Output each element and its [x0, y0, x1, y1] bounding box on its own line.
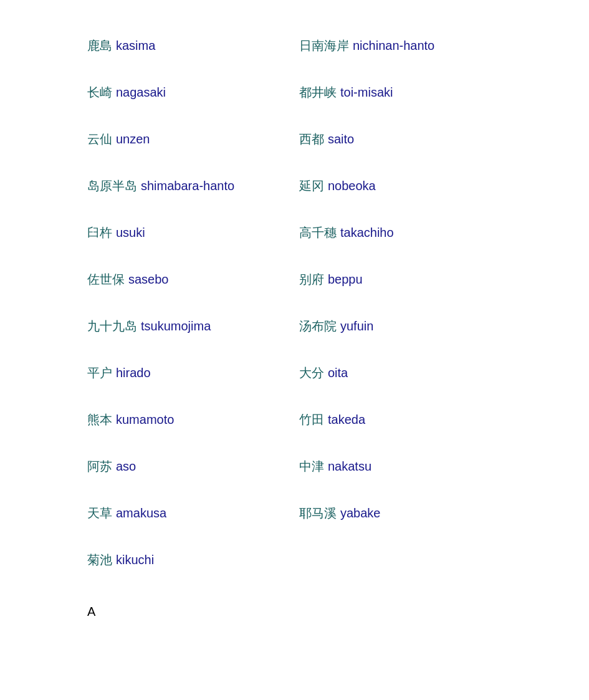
kanji-text: 熊本 [87, 411, 112, 428]
kanji-text: 都井峡 [299, 84, 337, 101]
romaji-text: nagasaki [116, 85, 166, 100]
entry-left: 岛原半岛shimabara-hanto [87, 178, 299, 194]
romaji-text: kasima [116, 39, 155, 53]
kanji-text: 平户 [87, 365, 112, 381]
romaji-text: tsukumojima [141, 319, 211, 333]
kanji-text: 云仙 [87, 131, 112, 148]
kanji-text: 菊池 [87, 552, 112, 568]
entry-left: 天草amakusa [87, 505, 299, 522]
romaji-text: saito [328, 132, 354, 146]
table-row: 阿苏aso中津nakatsu [87, 458, 502, 475]
section-letter: A [87, 605, 502, 619]
table-row: 熊本kumamoto竹田takeda [87, 411, 502, 428]
romaji-text: toi-misaki [340, 85, 393, 100]
entry-left: 佐世保sasebo [87, 271, 299, 288]
kanji-text: 日南海岸 [299, 37, 349, 54]
romaji-text: yabake [340, 506, 381, 520]
table-row: 岛原半岛shimabara-hanto延冈nobeoka [87, 178, 502, 194]
kanji-text: 佐世保 [87, 271, 125, 288]
romaji-text: yufuin [340, 319, 373, 333]
table-row: 佐世保sasebo别府beppu [87, 271, 502, 288]
kanji-text: 汤布院 [299, 318, 337, 335]
entry-left: 云仙unzen [87, 131, 299, 148]
entry-right: 耶马溪yabake [299, 505, 486, 522]
entry-left: 长崎nagasaki [87, 84, 299, 101]
kanji-text: 天草 [87, 505, 112, 522]
entry-right: 别府beppu [299, 271, 486, 288]
table-row: 九十九岛tsukumojima汤布院yufuin [87, 318, 502, 335]
table-row: 菊池kikuchi [87, 552, 502, 568]
table-row: 臼杵usuki高千穗takachiho [87, 224, 502, 241]
kanji-text: 阿苏 [87, 458, 112, 475]
entry-left: 鹿島kasima [87, 37, 299, 54]
romaji-text: unzen [116, 132, 150, 146]
table-row: 平户hirado大分oita [87, 365, 502, 381]
romaji-text: shimabara-hanto [141, 179, 234, 193]
entry-left: 阿苏aso [87, 458, 299, 475]
romaji-text: oita [328, 366, 348, 380]
entry-right: 延冈nobeoka [299, 178, 486, 194]
table-row: 长崎nagasaki都井峡toi-misaki [87, 84, 502, 101]
entry-list: 鹿島kasima日南海岸nichinan-hanto长崎nagasaki都井峡t… [87, 37, 502, 619]
romaji-text: beppu [328, 272, 363, 287]
entry-right: 竹田takeda [299, 411, 486, 428]
entry-right: 大分oita [299, 365, 486, 381]
kanji-text: 长崎 [87, 84, 112, 101]
entry-left: 熊本kumamoto [87, 411, 299, 428]
kanji-text: 鹿島 [87, 37, 112, 54]
kanji-text: 臼杵 [87, 224, 112, 241]
romaji-text: takeda [328, 413, 365, 427]
entry-right: 都井峡toi-misaki [299, 84, 486, 101]
kanji-text: 九十九岛 [87, 318, 137, 335]
romaji-text: nakatsu [328, 459, 371, 474]
table-row: 鹿島kasima日南海岸nichinan-hanto [87, 37, 502, 54]
kanji-text: 高千穗 [299, 224, 337, 241]
table-row: 云仙unzen西都saito [87, 131, 502, 148]
kanji-text: 西都 [299, 131, 324, 148]
entry-left: 臼杵usuki [87, 224, 299, 241]
romaji-text: hirado [116, 366, 151, 380]
entry-right: 汤布院yufuin [299, 318, 486, 335]
entry-left: 平户hirado [87, 365, 299, 381]
entry-right: 西都saito [299, 131, 486, 148]
romaji-text: kikuchi [116, 553, 154, 567]
entry-left: 九十九岛tsukumojima [87, 318, 299, 335]
kanji-text: 中津 [299, 458, 324, 475]
entry-right: 日南海岸nichinan-hanto [299, 37, 486, 54]
kanji-text: 岛原半岛 [87, 178, 137, 194]
romaji-text: usuki [116, 226, 145, 240]
romaji-text: aso [116, 459, 136, 474]
entry-right: 高千穗takachiho [299, 224, 486, 241]
entry-left: 菊池kikuchi [87, 552, 299, 568]
romaji-text: kumamoto [116, 413, 174, 427]
entry-right: 中津nakatsu [299, 458, 486, 475]
table-row: 天草amakusa耶马溪yabake [87, 505, 502, 522]
kanji-text: 大分 [299, 365, 324, 381]
kanji-text: 竹田 [299, 411, 324, 428]
kanji-text: 别府 [299, 271, 324, 288]
kanji-text: 延冈 [299, 178, 324, 194]
romaji-text: amakusa [116, 506, 166, 520]
romaji-text: nobeoka [328, 179, 376, 193]
romaji-text: sasebo [128, 272, 169, 287]
romaji-text: nichinan-hanto [353, 39, 434, 53]
romaji-text: takachiho [340, 226, 394, 240]
kanji-text: 耶马溪 [299, 505, 337, 522]
